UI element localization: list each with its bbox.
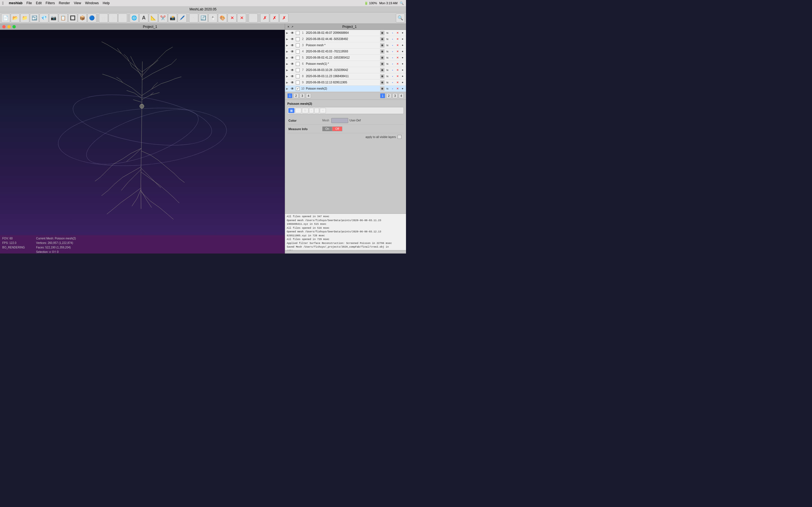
cylinder-button[interactable]: 🔵 — [87, 13, 96, 22]
bottom-scrollbar[interactable] — [285, 250, 406, 253]
layer-check-box[interactable] — [296, 37, 300, 41]
layer-icon-4[interactable]: ✕ — [395, 49, 400, 54]
layer-eye-icon[interactable]: 👁 — [290, 55, 295, 60]
layer-icon-4[interactable]: ✕ — [395, 62, 400, 66]
layer-icon-4[interactable]: ✕ — [395, 68, 400, 72]
x-delete2-button[interactable]: ✗ — [270, 13, 279, 22]
x-delete3-button[interactable]: ✗ — [280, 13, 289, 22]
layer-row[interactable]: ▶ 👁 9 2020-06-08-03.12.13 829511905 ▦ N … — [285, 79, 406, 86]
layer-icon-3[interactable]: ▪ — [390, 49, 395, 54]
menu-meshlab[interactable]: meshlab — [9, 1, 22, 5]
layer-icon-5[interactable]: ✦ — [400, 62, 405, 66]
layer-icon-3[interactable]: ▪ — [390, 68, 395, 72]
layer-icon-3[interactable]: ▪ — [390, 55, 395, 60]
layer-icon-3[interactable]: ▪ — [390, 37, 395, 41]
layer-eye-icon[interactable]: 👁 — [290, 62, 295, 66]
layer-icon-5[interactable]: ✦ — [400, 55, 405, 60]
render-mode-wireframe[interactable]: M — [302, 108, 308, 113]
menu-render[interactable]: Render — [59, 1, 70, 5]
layer-eye-icon[interactable]: 👁 — [290, 74, 295, 78]
viewport-canvas[interactable] — [0, 30, 285, 235]
layer-eye-icon[interactable]: 👁 — [290, 80, 295, 85]
layer-icon-4[interactable]: ✕ — [395, 55, 400, 60]
layer-check-box[interactable]: ✓ — [296, 87, 300, 91]
layer-icon-1[interactable]: ▦ — [380, 74, 385, 78]
delete-tool[interactable]: ✕ — [227, 13, 237, 22]
layer-icon-5[interactable]: ✦ — [400, 49, 405, 54]
cube-button[interactable]: 📦 — [78, 13, 87, 22]
toggle-on-button[interactable]: On — [322, 126, 332, 131]
paint-tool[interactable]: 🎨 — [218, 13, 227, 22]
layer-icon-1[interactable]: ▦ — [380, 62, 385, 66]
layer-icon-4[interactable]: ✕ — [395, 80, 400, 85]
layer-eye-icon[interactable]: 👁 — [290, 49, 295, 54]
layer-icon-2[interactable]: N — [385, 43, 390, 48]
layer-icon-1[interactable]: ▦ — [380, 87, 385, 91]
delete2-tool[interactable]: ✕ — [237, 13, 246, 22]
page-btn-1[interactable]: 1 — [287, 93, 292, 98]
layer-icon-1[interactable]: ▦ — [380, 31, 385, 35]
layer-icon-3[interactable]: ▪ — [390, 80, 395, 85]
render-mode-edges[interactable]: / — [314, 108, 319, 113]
layer-icon-2[interactable]: N — [385, 55, 390, 60]
layer-icon-2[interactable]: N — [385, 80, 390, 85]
open-recent-button[interactable]: 📁 — [20, 13, 29, 22]
search-icon[interactable]: 🔍 — [400, 1, 404, 5]
menu-windows[interactable]: Windows — [85, 1, 99, 5]
layer-icon-5[interactable]: ✦ — [400, 74, 405, 78]
layer-row[interactable]: ▶ 👁 ✓ 10 Poisson mesh(2) ▦ N ▪ ✕ ✦ — [285, 86, 406, 92]
layer-check-box[interactable] — [296, 68, 300, 72]
page-btn-r4[interactable]: 4 — [399, 93, 404, 98]
page-btn-4[interactable]: 4 — [306, 93, 311, 98]
layer-icon-3[interactable]: ▪ — [390, 62, 395, 66]
search-toolbar-button[interactable]: 🔍 — [396, 13, 405, 22]
layer-icon-4[interactable]: ✕ — [395, 74, 400, 78]
menu-file[interactable]: File — [27, 1, 32, 5]
trackball-button[interactable]: 🌐 — [130, 13, 139, 22]
layer-icon-2[interactable]: N — [385, 49, 390, 54]
layer-icon-5[interactable]: ✦ — [400, 43, 405, 48]
layer-icon-1[interactable]: ▦ — [380, 55, 385, 60]
layer-eye-icon[interactable]: 👁 — [290, 37, 295, 41]
layer-row[interactable]: ▶ 👁 2 2020-06-08-02.44.46 -505338492 ▦ N… — [285, 36, 406, 42]
layer-check-box[interactable] — [296, 43, 300, 47]
layer-icon-2[interactable]: N — [385, 74, 390, 78]
pick-tool[interactable]: ✂️ — [158, 13, 167, 22]
move-tool[interactable]: 🖱️ — [208, 13, 217, 22]
layer-row[interactable]: ▶ 👁 8 2020-06-08-03.11.23 1968408411 ▦ N… — [285, 73, 406, 79]
layer-icon-1[interactable]: ▦ — [380, 43, 385, 48]
layer-check-box[interactable] — [296, 31, 300, 35]
minimize-button[interactable] — [7, 25, 11, 29]
layer-icon-1[interactable]: ▦ — [380, 37, 385, 41]
right-panel-close-icon[interactable]: ✕ — [287, 25, 290, 28]
save-button[interactable]: 💎 — [40, 13, 49, 22]
menu-filters[interactable]: Filters — [46, 1, 55, 5]
layer-row[interactable]: ▶ 👁 3 Poisson mesh * ▦ N ▪ ✕ ✦ — [285, 42, 406, 48]
measure-tool[interactable]: 📐 — [149, 13, 158, 22]
layer-eye-icon[interactable]: 👁 — [290, 68, 295, 72]
layer-icon-5[interactable]: ✦ — [400, 37, 405, 41]
layer-row[interactable]: ▶ 👁 7 2020-06-08-03.10.28 -315039642 ▦ N… — [285, 67, 406, 73]
layer-icon-3[interactable]: ▪ — [390, 31, 395, 35]
render-mode-dots[interactable]: ··· — [295, 108, 301, 113]
transform-tool[interactable]: ⊞ — [109, 13, 117, 22]
page-btn-r1[interactable]: 1 — [380, 93, 385, 98]
render-mode-solid[interactable]: ▦ — [288, 108, 295, 113]
layer-icon-2[interactable]: N — [385, 68, 390, 72]
layer-row[interactable]: ▶ 👁 6 Poisson mesh(1) * ▦ N ▪ ✕ ✦ — [285, 61, 406, 67]
layer-icon-3[interactable]: ▪ — [390, 43, 395, 48]
snapshot-button[interactable]: 📷 — [49, 13, 58, 22]
layer-check-box[interactable] — [296, 74, 300, 78]
right-panel-icon2[interactable]: ↗ — [291, 25, 294, 28]
layer-row[interactable]: ▶ 👁 4 2020-06-08-02.43.03 -702119593 ▦ N… — [285, 48, 406, 55]
layer-eye-icon[interactable]: 👁 — [290, 87, 295, 91]
layer-icon-1[interactable]: ▦ — [380, 68, 385, 72]
layer-row[interactable]: ▶ 👁 5 2020-06-08-02.41.22 -1653365412 ▦ … — [285, 55, 406, 61]
page-btn-r2[interactable]: 2 — [386, 93, 391, 98]
page-btn-3[interactable]: 3 — [300, 93, 305, 98]
layer-icon-2[interactable]: N — [385, 87, 390, 91]
layer-icon-5[interactable]: ✦ — [400, 87, 405, 91]
layer-row[interactable]: ▶ 👁 1 2020-06-08-02.49.07 2099668864 ▦ N… — [285, 30, 406, 36]
layer-icon-5[interactable]: ✦ — [400, 68, 405, 72]
layers-button[interactable]: 📋 — [59, 13, 68, 22]
